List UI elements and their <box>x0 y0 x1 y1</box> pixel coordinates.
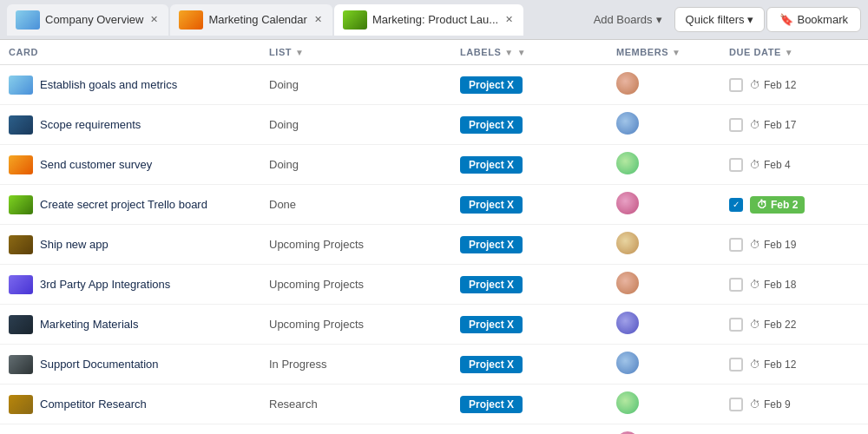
due-date-checkbox[interactable] <box>729 398 743 411</box>
card-thumbnail <box>9 235 33 254</box>
table-row: 3rd Party App Integrations Upcoming Proj… <box>0 265 868 305</box>
members-cell-3 <box>608 185 720 225</box>
table-row: Establish goals and metrics DoingProject… <box>0 65 868 105</box>
due-date-cell-7: ⏱ Feb 12 <box>720 345 868 385</box>
card-name: 3rd Party App Integrations <box>40 278 170 291</box>
labels-cell-6: Project X <box>451 305 608 345</box>
due-date-checkbox[interactable] <box>729 158 743 172</box>
col-header-due-date[interactable]: DUE DATE ▼ <box>720 40 868 65</box>
due-date-cell-3: ✓ ⏱ Feb 2 <box>720 185 868 225</box>
card-cell-9[interactable]: User Journey <box>0 424 260 435</box>
card-cell-6[interactable]: Marketing Materials <box>0 305 260 345</box>
card-thumbnail <box>9 155 33 174</box>
list-cell-0: Doing <box>260 65 451 105</box>
list-cell-9: Research <box>260 424 451 435</box>
members-cell-1 <box>608 105 720 145</box>
col-header-labels[interactable]: LABELS ▼ ▼ <box>451 40 608 65</box>
due-date-badge: ⏱ Feb 17 <box>750 119 796 131</box>
card-name: Competitor Research <box>40 398 147 411</box>
table-row: Ship new app Upcoming ProjectsProject X … <box>0 225 868 265</box>
clock-icon: ⏱ <box>750 279 760 291</box>
tab-bar: Company Overview ✕ Marketing Calendar ✕ … <box>0 0 868 40</box>
list-value: Doing <box>269 78 299 91</box>
card-name: Scope requirements <box>40 118 141 131</box>
list-value: Upcoming Projects <box>269 318 364 331</box>
label-badge: Project X <box>460 316 523 333</box>
list-cell-3: Done <box>260 185 451 225</box>
avatar <box>616 272 639 294</box>
card-cell-4[interactable]: Ship new app <box>0 225 260 265</box>
card-cell-7[interactable]: Support Documentation <box>0 345 260 385</box>
card-thumbnail <box>9 275 33 294</box>
labels-cell-4: Project X <box>451 225 608 265</box>
add-boards-chevron-icon: ▾ <box>656 13 662 26</box>
due-date-checkbox[interactable] <box>729 238 743 252</box>
label-badge: Project X <box>460 396 523 413</box>
due-date-badge: ⏱ Feb 4 <box>750 159 791 171</box>
members-cell-5 <box>608 265 720 305</box>
due-date-cell-8: ⏱ Feb 9 <box>720 385 868 424</box>
list-value: Upcoming Projects <box>269 238 364 251</box>
list-value: Research <box>269 398 318 411</box>
avatar <box>616 72 639 95</box>
members-cell-9 <box>608 424 720 435</box>
avatar <box>616 112 639 135</box>
table-row: Support Documentation In ProgressProject… <box>0 345 868 385</box>
members-cell-6 <box>608 305 720 345</box>
card-cell-1[interactable]: Scope requirements <box>0 105 260 145</box>
tab-company-overview[interactable]: Company Overview ✕ <box>7 4 168 36</box>
tab-close-marketing-product[interactable]: ✕ <box>503 12 515 27</box>
due-date-badge: ⏱ Feb 19 <box>750 239 796 251</box>
labels-cell-9: Project X <box>451 424 608 435</box>
add-boards-label: Add Boards <box>594 13 653 26</box>
tab-marketing-calendar[interactable]: Marketing Calendar ✕ <box>170 4 332 36</box>
table-row: Competitor Research ResearchProject X ⏱ … <box>0 385 868 424</box>
card-cell-5[interactable]: 3rd Party App Integrations <box>0 265 260 305</box>
card-cell-3[interactable]: Create secret project Trello board <box>0 185 260 225</box>
bookmark-button[interactable]: 🔖 Bookmark <box>766 7 861 32</box>
members-cell-2 <box>608 145 720 185</box>
avatar <box>616 152 639 174</box>
due-date-checkbox[interactable] <box>729 358 743 372</box>
due-date-cell-4: ⏱ Feb 19 <box>720 225 868 265</box>
label-badge: Project X <box>460 236 523 253</box>
tab-close-company-overview[interactable]: ✕ <box>148 12 160 27</box>
clock-icon: ⏱ <box>750 398 760 411</box>
tab-thumb-marketing-calendar <box>179 10 203 30</box>
col-header-card[interactable]: CARD <box>0 40 260 65</box>
list-value: Doing <box>269 118 299 131</box>
tab-marketing-product[interactable]: Marketing: Product Lau... ✕ <box>334 4 523 36</box>
clock-icon: ⏱ <box>750 79 760 91</box>
tab-close-marketing-calendar[interactable]: ✕ <box>312 12 324 27</box>
due-date-cell-6: ⏱ Feb 22 <box>720 305 868 345</box>
avatar <box>616 352 639 374</box>
members-sort-icon: ▼ <box>672 48 681 57</box>
card-name: Create secret project Trello board <box>40 198 207 211</box>
col-header-members[interactable]: MEMBERS ▼ <box>608 40 720 65</box>
list-cell-7: In Progress <box>260 345 451 385</box>
due-date-checkbox[interactable] <box>729 318 743 332</box>
clock-icon: ⏱ <box>750 358 760 371</box>
add-boards-button[interactable]: Add Boards ▾ <box>583 8 673 31</box>
bookmark-icon: 🔖 <box>779 13 793 26</box>
clock-icon: ⏱ <box>750 239 760 251</box>
labels-cell-3: Project X <box>451 185 608 225</box>
labels-sort-icon: ▼ <box>517 48 526 57</box>
tab-thumb-company-overview <box>16 10 40 30</box>
card-thumbnail <box>9 355 33 374</box>
table-header-row: CARD LIST ▼ LABELS ▼ ▼ <box>0 40 868 65</box>
due-date-checkbox[interactable] <box>729 78 743 92</box>
due-date-sort-icon: ▼ <box>785 48 793 57</box>
card-cell-0[interactable]: Establish goals and metrics <box>0 65 260 105</box>
quick-filters-button[interactable]: Quick filters ▾ <box>674 7 766 32</box>
card-cell-2[interactable]: Send customer survey <box>0 145 260 185</box>
due-date-checkbox[interactable] <box>729 118 743 132</box>
members-cell-8 <box>608 385 720 424</box>
list-cell-2: Doing <box>260 145 451 185</box>
list-value: Doing <box>269 158 299 171</box>
card-cell-8[interactable]: Competitor Research <box>0 385 260 424</box>
col-header-list[interactable]: LIST ▼ <box>260 40 451 65</box>
due-date-checkbox[interactable] <box>729 278 743 292</box>
list-value: Done <box>269 198 296 211</box>
due-date-checkbox[interactable]: ✓ <box>729 198 743 212</box>
